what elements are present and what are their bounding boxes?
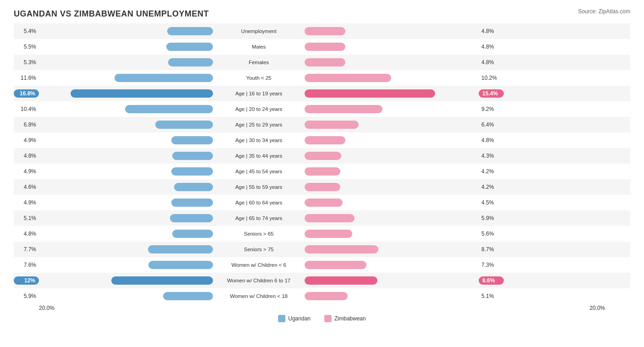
row-label: Unemployment <box>213 28 305 34</box>
right-value: 4.2% <box>479 184 504 190</box>
zimbabwean-label: Zimbabwean <box>334 315 366 322</box>
chart-row: 12% Women w/ Children 6 to 17 8.6% <box>14 273 630 288</box>
right-bar-container <box>305 89 479 98</box>
chart-row: 6.8% Age | 25 to 29 years 6.4% <box>14 117 630 132</box>
left-value: 16.8% <box>14 89 39 98</box>
left-value: 6.8% <box>14 121 39 128</box>
left-bar-container <box>39 89 213 98</box>
chart-row: 7.6% Women w/ Children < 6 7.3% <box>14 257 630 273</box>
row-label: Age | 20 to 24 years <box>213 106 305 112</box>
right-value: 4.3% <box>479 153 504 159</box>
left-bar-container <box>39 245 213 253</box>
row-label: Age | 55 to 59 years <box>213 184 305 190</box>
left-bar-container <box>39 214 213 222</box>
left-value: 10.4% <box>14 106 39 112</box>
legend-zimbabwean: Zimbabwean <box>324 315 366 322</box>
left-value: 4.8% <box>14 153 39 159</box>
right-bar-container <box>305 214 479 222</box>
chart-row: 4.9% Age | 60 to 64 years 4.5% <box>14 195 630 210</box>
right-bar-container <box>305 27 479 35</box>
right-value: 10.2% <box>479 75 504 81</box>
left-value: 5.3% <box>14 59 39 66</box>
row-label: Age | 25 to 29 years <box>213 122 305 127</box>
right-bar <box>305 121 359 129</box>
right-bar <box>305 198 343 207</box>
right-value: 4.8% <box>479 137 504 143</box>
right-value: 8.6% <box>479 276 504 285</box>
chart-row: 16.8% Age | 16 to 19 years 15.4% <box>14 86 630 101</box>
left-bar-container <box>39 43 213 51</box>
left-bar <box>172 152 213 160</box>
page: UGANDAN VS ZIMBABWEAN UNEMPLOYMENT Sourc… <box>0 0 644 347</box>
left-bar <box>163 292 213 300</box>
legend: Ugandan Zimbabwean <box>14 315 630 322</box>
axis-left: 20.0% <box>39 305 55 311</box>
ugandan-color-box <box>278 315 285 322</box>
source-label: Source: ZipAtlas.com <box>578 8 630 15</box>
right-value: 8.7% <box>479 246 504 253</box>
chart-area: 5.4% Unemployment 4.8% 5.5% Males 4.8% 5… <box>14 23 630 304</box>
right-value: 4.5% <box>479 199 504 206</box>
right-bar <box>305 89 435 98</box>
chart-row: 10.4% Age | 20 to 24 years 9.2% <box>14 101 630 117</box>
left-value: 7.6% <box>14 262 39 268</box>
right-value: 15.4% <box>479 89 504 98</box>
left-bar <box>171 136 213 144</box>
right-bar <box>305 214 355 222</box>
bottom-axis: 20.0% 20.0% <box>14 305 630 311</box>
left-bar <box>168 58 213 66</box>
left-bar-container <box>39 105 213 113</box>
right-value: 5.1% <box>479 293 504 299</box>
axis-right: 20.0% <box>589 305 605 311</box>
left-bar-container <box>39 167 213 176</box>
right-bar-container <box>305 183 479 191</box>
row-label: Seniors > 65 <box>213 231 305 237</box>
chart-row: 4.8% Seniors > 65 5.6% <box>14 226 630 242</box>
right-bar <box>305 167 340 176</box>
left-value: 7.7% <box>14 246 39 253</box>
right-value: 4.8% <box>479 59 504 66</box>
right-bar-container <box>305 198 479 207</box>
row-label: Age | 65 to 74 years <box>213 215 305 221</box>
right-bar <box>305 230 352 238</box>
chart-row: 4.9% Age | 30 to 34 years 4.8% <box>14 132 630 148</box>
left-value: 4.9% <box>14 137 39 143</box>
right-bar <box>305 276 377 285</box>
right-bar-container <box>305 276 479 285</box>
row-label: Women w/ Children < 6 <box>213 262 305 268</box>
right-bar-container <box>305 245 479 253</box>
left-bar-container <box>39 198 213 207</box>
left-value: 5.1% <box>14 215 39 221</box>
left-bar <box>111 276 213 285</box>
right-bar-container <box>305 105 479 113</box>
right-bar <box>305 43 345 51</box>
left-value: 4.9% <box>14 199 39 206</box>
right-bar-container <box>305 121 479 129</box>
right-bar-container <box>305 230 479 238</box>
left-bar <box>148 245 213 253</box>
left-value: 4.9% <box>14 168 39 175</box>
left-bar <box>171 198 213 207</box>
left-bar <box>170 214 213 222</box>
right-value: 4.8% <box>479 44 504 50</box>
page-title: UGANDAN VS ZIMBABWEAN UNEMPLOYMENT <box>14 9 630 19</box>
row-label: Age | 30 to 34 years <box>213 138 305 143</box>
left-bar <box>125 105 213 113</box>
row-label: Youth < 25 <box>213 75 305 81</box>
left-bar <box>115 74 213 82</box>
row-label: Age | 60 to 64 years <box>213 200 305 205</box>
chart-row: 7.7% Seniors > 75 8.7% <box>14 242 630 257</box>
row-label: Women w/ Children 6 to 17 <box>213 278 305 283</box>
left-bar <box>171 167 213 176</box>
left-bar-container <box>39 121 213 129</box>
left-value: 5.5% <box>14 44 39 50</box>
chart-row: 5.5% Males 4.8% <box>14 39 630 55</box>
right-bar <box>305 136 345 144</box>
right-bar-container <box>305 58 479 66</box>
chart-row: 5.1% Age | 65 to 74 years 5.9% <box>14 210 630 226</box>
right-value: 5.9% <box>479 215 504 221</box>
left-bar <box>166 43 213 51</box>
right-value: 5.6% <box>479 231 504 237</box>
chart-row: 5.3% Females 4.8% <box>14 55 630 70</box>
right-bar-container <box>305 74 479 82</box>
